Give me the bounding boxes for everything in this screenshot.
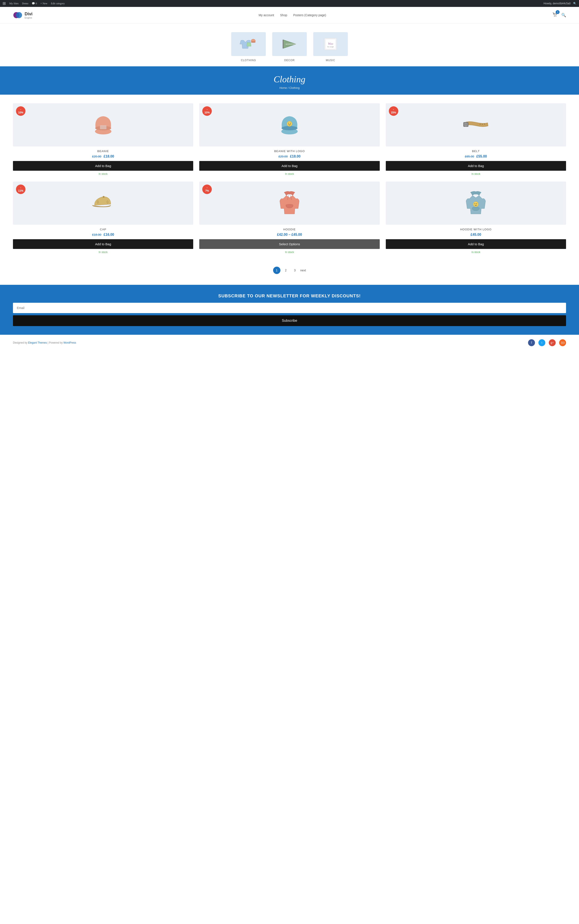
google-plus-icon[interactable]: g+ [549, 339, 556, 346]
admin-bar: ⊞ My Sites Demo 💬 0 + New Edit category … [0, 0, 579, 7]
wp-logo-icon[interactable]: ⊞ [3, 1, 6, 6]
page-next[interactable]: next [300, 269, 306, 272]
wordpress-link[interactable]: WordPress [64, 341, 76, 344]
stock-hoodie: In stock [199, 251, 379, 254]
breadcrumb-current: Clothing [289, 86, 299, 89]
price-new-belt: £55.00 [476, 154, 487, 158]
facebook-icon[interactable]: f [528, 339, 535, 346]
category-music[interactable]: Woo the single MUSIC [313, 32, 348, 62]
product-card-hoodie-logo: HOODIE WITH LOGO £45.00 Add to Bag In st… [386, 182, 566, 254]
product-name-beanie-logo: BEANIE WITH LOGO [199, 149, 379, 153]
svg-point-34 [476, 204, 477, 204]
svg-point-33 [475, 204, 475, 204]
svg-point-1 [16, 12, 22, 18]
newsletter-subscribe-button[interactable]: Subscribe [13, 315, 566, 326]
logo[interactable]: Divi Engine [13, 10, 33, 20]
logo-sub: Engine [25, 16, 33, 19]
product-image-hoodie-logo[interactable] [386, 182, 566, 225]
discount-badge-belt: - 15% [389, 106, 398, 116]
product-image-belt[interactable]: - 15% [386, 103, 566, 146]
add-to-bag-cap[interactable]: Add to Bag [13, 239, 193, 249]
logo-image [13, 10, 23, 20]
product-price-beanie-logo: £20.00 £18.00 [199, 154, 379, 158]
cart-badge: 3 [556, 10, 559, 14]
my-sites-link[interactable]: My Sites [9, 2, 18, 5]
product-image-hoodie[interactable]: - 7% [199, 182, 379, 225]
product-price-beanie: £20.00 £18.00 [13, 154, 193, 158]
add-to-bag-beanie[interactable]: Add to Bag [13, 161, 193, 171]
belt-image [462, 118, 490, 131]
pagination: 1 2 3 next [0, 260, 579, 281]
product-name-beanie: BEANIE [13, 149, 193, 153]
banner-title: Clothing [4, 74, 575, 84]
rss-icon[interactable]: )))) [559, 339, 566, 346]
beanie-logo-image [278, 112, 301, 138]
twitter-icon[interactable]: t [538, 339, 545, 346]
price-old-belt: £65.00 [465, 155, 474, 158]
discount-badge-beanie: - 10% [16, 106, 26, 116]
select-options-hoodie[interactable]: Select Options [199, 239, 379, 249]
products-grid: - 10% BEANIE £20.00 £18.00 Add to Bag In… [13, 103, 566, 254]
cart-icon-wrap[interactable]: 3 [552, 12, 558, 18]
page-2[interactable]: 2 [282, 267, 290, 274]
nav-posters[interactable]: Posters (Category page) [293, 13, 326, 17]
product-name-hoodie: HOODIE [199, 228, 379, 231]
page-3[interactable]: 3 [291, 267, 299, 274]
svg-rect-5 [251, 41, 255, 43]
svg-point-27 [103, 196, 105, 198]
svg-point-32 [473, 202, 478, 207]
stock-belt: In stock [386, 172, 566, 176]
shop-banner: Clothing Home / Clothing [0, 66, 579, 95]
add-to-bag-beanie-logo[interactable]: Add to Bag [199, 161, 379, 171]
price-new-beanie: £18.00 [104, 154, 114, 158]
page-1[interactable]: 1 [273, 267, 280, 274]
price-old-beanie-logo: £20.00 [278, 155, 288, 158]
product-card-cap: - 11% CAP £18.00 £16.00 Add to Bag [13, 182, 193, 254]
edit-category-link[interactable]: Edit category [51, 2, 65, 5]
discount-badge-hoodie: - 7% [202, 185, 212, 194]
search-icon[interactable]: 🔍 [573, 2, 576, 5]
breadcrumb-home[interactable]: Home [280, 86, 287, 89]
product-card-beanie: - 10% BEANIE £20.00 £18.00 Add to Bag In… [13, 103, 193, 176]
breadcrumb-sep: / [288, 86, 289, 89]
header-search-icon[interactable]: 🔍 [561, 13, 566, 18]
add-to-bag-hoodie-logo[interactable]: Add to Bag [386, 239, 566, 249]
site-footer: Designed by Elegant Themes | Powered by … [0, 335, 579, 351]
breadcrumb: Home / Clothing [4, 86, 575, 89]
svg-point-25 [482, 124, 483, 125]
svg-point-18 [287, 121, 292, 126]
nav-my-account[interactable]: My account [258, 13, 274, 17]
price-old-beanie: £20.00 [92, 155, 101, 158]
price-single-hoodie-logo: £45.00 [471, 233, 481, 236]
product-image-beanie[interactable]: - 10% [13, 103, 193, 146]
category-decor[interactable]: WORDPRESS DECOR [272, 32, 307, 62]
add-to-bag-belt[interactable]: Add to Bag [386, 161, 566, 171]
hoodie-image [278, 189, 301, 217]
new-link[interactable]: + New [40, 2, 47, 5]
stock-hoodie-logo: In stock [386, 251, 566, 254]
price-new-beanie-logo: £18.00 [290, 154, 301, 158]
clothing-thumb-image [238, 36, 259, 52]
demo-link[interactable]: Demo [22, 2, 28, 5]
site-header: Divi Engine My account Shop Posters (Cat… [0, 7, 579, 23]
svg-point-24 [480, 124, 481, 125]
stock-beanie: In stock [13, 172, 193, 176]
hoodie-logo-image [464, 189, 488, 217]
category-clothing[interactable]: CLOTHING [231, 32, 266, 62]
svg-text:the single: the single [327, 46, 334, 48]
svg-point-3 [556, 16, 556, 16]
product-name-cap: CAP [13, 228, 193, 231]
elegant-themes-link[interactable]: Elegant Themes [28, 341, 47, 344]
product-image-cap[interactable]: - 11% [13, 182, 193, 225]
product-card-hoodie: - 7% HOODIE £42.00 – £45.00 Select Optio… [199, 182, 379, 254]
products-section: - 10% BEANIE £20.00 £18.00 Add to Bag In… [0, 101, 579, 260]
logo-name: Divi [25, 11, 33, 16]
price-new-cap: £16.00 [104, 233, 114, 236]
newsletter-email-input[interactable] [13, 303, 566, 313]
comments-icon[interactable]: 💬 0 [32, 2, 37, 5]
product-image-beanie-logo[interactable]: - 10% [199, 103, 379, 146]
decor-thumb-image: WORDPRESS [279, 36, 300, 52]
beanie-image [91, 112, 115, 138]
nav-shop[interactable]: Shop [280, 13, 287, 17]
product-price-belt: £65.00 £55.00 [386, 154, 566, 158]
